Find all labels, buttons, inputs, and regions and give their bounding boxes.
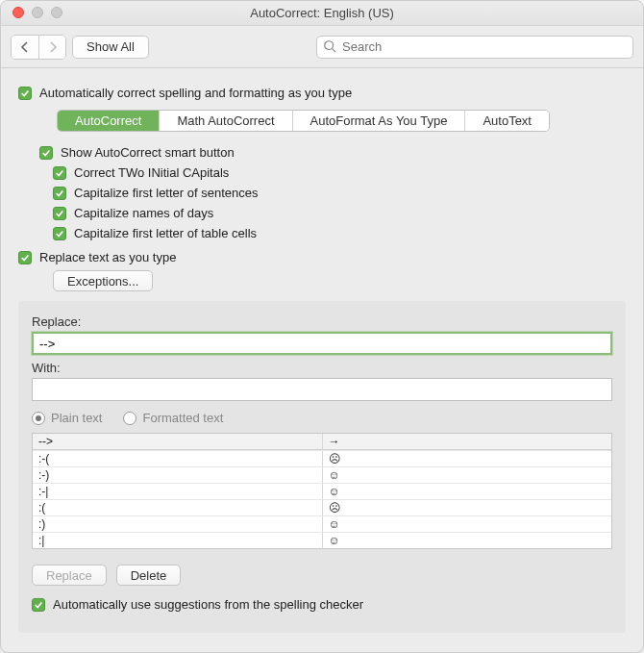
- svg-line-1: [333, 48, 336, 52]
- table-row[interactable]: :-) ☺: [33, 466, 611, 483]
- cell-from: :): [33, 516, 323, 532]
- plain-text-label: Plain text: [51, 411, 102, 425]
- auto-correct-toggle-row: Automatically correct spelling and forma…: [18, 86, 626, 100]
- table-header: --> →: [33, 434, 611, 450]
- tab-autoformat[interactable]: AutoFormat As You Type: [292, 111, 465, 131]
- smart-button-row: Show AutoCorrect smart button: [18, 145, 626, 160]
- cell-from: :-(: [33, 451, 323, 466]
- show-all-button[interactable]: Show All: [72, 36, 149, 59]
- preferences-window: AutoCorrect: English (US) Show All Autom…: [0, 0, 644, 653]
- table-cells-checkbox[interactable]: [53, 227, 66, 240]
- first-sentence-row: Capitalize first letter of sentences: [18, 186, 626, 200]
- formatted-text-radio[interactable]: [123, 412, 136, 425]
- close-icon[interactable]: [12, 7, 24, 18]
- zoom-icon[interactable]: [51, 7, 62, 18]
- smart-button-label: Show AutoCorrect smart button: [61, 145, 235, 160]
- col-from: -->: [33, 434, 323, 449]
- delete-button[interactable]: Delete: [116, 565, 182, 586]
- cell-to: ☺: [323, 516, 612, 532]
- cell-from: :|: [33, 533, 323, 548]
- cell-from: :(: [33, 500, 323, 515]
- search-wrap: [316, 36, 633, 59]
- table-cells-row: Capitalize first letter of table cells: [18, 226, 626, 240]
- cell-from: :-): [33, 467, 323, 483]
- table-row[interactable]: :| ☺: [33, 532, 611, 548]
- smart-button-checkbox[interactable]: [39, 146, 53, 160]
- replacements-table[interactable]: --> → :-( ☹ :-) ☺ :-| ☺ :( ☹: [32, 433, 612, 549]
- cell-to: ☺: [323, 533, 612, 548]
- table-row[interactable]: :-( ☹: [33, 450, 611, 466]
- spellcheck-label: Automatically use suggestions from the s…: [53, 597, 363, 612]
- forward-button[interactable]: [38, 36, 65, 59]
- col-to: →: [323, 434, 612, 449]
- cell-from: :-|: [33, 484, 323, 499]
- tab-math-autocorrect[interactable]: Math AutoCorrect: [159, 111, 291, 131]
- exceptions-row: Exceptions...: [18, 270, 626, 291]
- tab-autocorrect[interactable]: AutoCorrect: [58, 111, 159, 131]
- table-cells-label: Capitalize first letter of table cells: [74, 226, 257, 240]
- table-row[interactable]: :( ☹: [33, 499, 611, 515]
- nav-group: [11, 35, 66, 60]
- toolbar: Show All: [1, 26, 643, 68]
- window-title: AutoCorrect: English (US): [1, 6, 643, 20]
- replace-button[interactable]: Replace: [32, 565, 107, 586]
- cell-to: ☹: [323, 500, 612, 515]
- two-caps-label: Correct TWo INitial CApitals: [74, 165, 229, 180]
- days-checkbox[interactable]: [53, 207, 66, 220]
- content: Automatically correct spelling and forma…: [1, 68, 643, 652]
- window-controls: [12, 7, 62, 18]
- replace-toggle-row: Replace text as you type: [18, 250, 626, 264]
- plain-text-radio[interactable]: [32, 412, 45, 425]
- svg-point-0: [325, 40, 334, 49]
- search-input[interactable]: [316, 36, 633, 59]
- table-row[interactable]: :-| ☺: [33, 483, 611, 499]
- panel-buttons: Replace Delete: [32, 565, 612, 586]
- days-row: Capitalize names of days: [18, 206, 626, 220]
- replace-checkbox[interactable]: [18, 251, 32, 264]
- cell-to: ☹: [323, 451, 612, 466]
- search-icon: [323, 39, 336, 53]
- minimize-icon[interactable]: [32, 7, 43, 18]
- two-caps-row: Correct TWo INitial CApitals: [18, 165, 626, 180]
- replace-field-label: Replace:: [32, 314, 612, 329]
- with-field-label: With:: [32, 361, 612, 375]
- tab-autotext[interactable]: AutoText: [464, 111, 549, 131]
- chevron-right-icon: [47, 41, 59, 53]
- first-sentence-checkbox[interactable]: [53, 187, 66, 200]
- with-input[interactable]: [32, 378, 612, 401]
- chevron-left-icon: [19, 41, 31, 53]
- auto-correct-checkbox[interactable]: [18, 87, 32, 100]
- replace-panel: Replace: With: Plain text Formatted text…: [18, 301, 626, 633]
- two-caps-checkbox[interactable]: [53, 166, 66, 180]
- replace-label: Replace text as you type: [39, 250, 176, 264]
- cell-to: ☺: [323, 484, 612, 499]
- titlebar: AutoCorrect: English (US): [1, 1, 643, 26]
- tab-bar: AutoCorrect Math AutoCorrect AutoFormat …: [57, 110, 550, 132]
- formatted-text-label: Formatted text: [142, 411, 223, 425]
- auto-correct-label: Automatically correct spelling and forma…: [39, 86, 352, 100]
- exceptions-button[interactable]: Exceptions...: [53, 270, 153, 291]
- cell-to: ☺: [323, 467, 612, 483]
- format-radio-group: Plain text Formatted text: [32, 411, 612, 425]
- replace-input[interactable]: [32, 332, 612, 355]
- spellcheck-checkbox[interactable]: [32, 598, 45, 612]
- spellcheck-row: Automatically use suggestions from the s…: [32, 597, 612, 612]
- first-sentence-label: Capitalize first letter of sentences: [74, 186, 258, 200]
- days-label: Capitalize names of days: [74, 206, 213, 220]
- table-row[interactable]: :) ☺: [33, 515, 611, 532]
- back-button[interactable]: [12, 36, 38, 59]
